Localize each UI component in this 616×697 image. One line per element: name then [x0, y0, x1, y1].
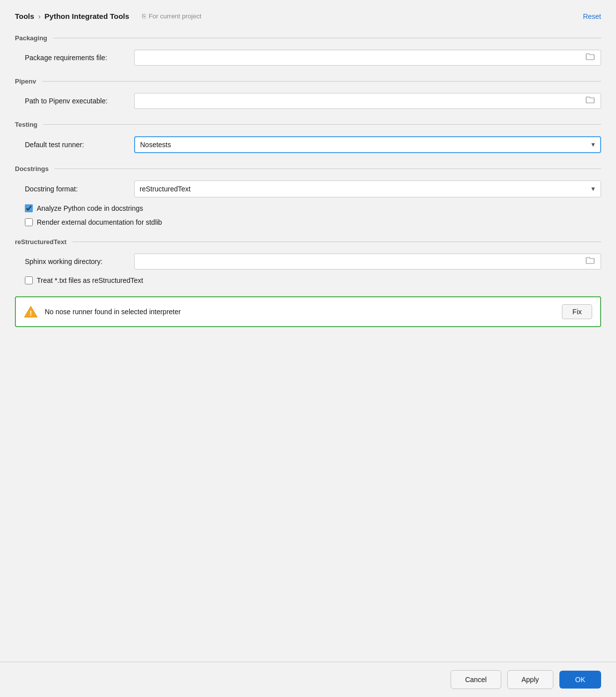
section-packaging-divider [53, 38, 601, 38]
packaging-req-file-label: Package requirements file: [25, 54, 134, 62]
txt-files-checkbox-row: Treat *.txt files as reStructuredText [15, 276, 601, 284]
pipenv-path-browse-button[interactable] [584, 95, 597, 107]
pipenv-path-label: Path to Pipenv executable: [25, 97, 134, 105]
warning-message: No nose runner found in selected interpr… [45, 308, 555, 316]
cancel-button[interactable]: Cancel [451, 670, 501, 689]
sphinx-dir-row: Sphinx working directory: [15, 254, 601, 269]
section-pipenv: Pipenv Path to Pipenv executable: [15, 78, 601, 109]
render-external-checkbox[interactable] [25, 218, 33, 226]
txt-files-label: Treat *.txt files as reStructuredText [37, 276, 143, 284]
breadcrumb-subtitle-text: For current project [149, 12, 201, 20]
section-testing-divider [43, 124, 601, 125]
packaging-req-file-browse-button[interactable] [584, 52, 597, 64]
svg-text:!: ! [30, 309, 32, 317]
breadcrumb-subtitle: ⎘ For current project [142, 12, 201, 20]
folder-icon [586, 53, 595, 61]
pipenv-path-row: Path to Pipenv executable: [15, 93, 601, 109]
docstring-format-select-wrapper: Plain Epytext reStructuredText NumPy Goo… [134, 180, 601, 197]
docstring-format-label: Docstring format: [25, 185, 134, 193]
section-testing-label: Testing [15, 121, 37, 128]
sphinx-dir-browse-button[interactable] [584, 256, 597, 267]
warning-banner: ! No nose runner found in selected inter… [15, 296, 601, 327]
fix-button[interactable]: Fix [562, 304, 592, 319]
sphinx-dir-input-wrapper [134, 254, 601, 269]
breadcrumb-page-title: Python Integrated Tools [45, 12, 130, 20]
apply-button[interactable]: Apply [507, 670, 553, 689]
copy-icon: ⎘ [142, 12, 146, 20]
analyze-python-label: Analyze Python code in docstrings [37, 204, 143, 212]
breadcrumb: Tools › Python Integrated Tools ⎘ For cu… [15, 12, 601, 20]
txt-files-checkbox[interactable] [25, 276, 33, 284]
section-rst-divider [73, 242, 601, 242]
analyze-python-checkbox[interactable] [25, 204, 33, 212]
warning-triangle-icon: ! [24, 305, 38, 319]
docstring-format-select[interactable]: Plain Epytext reStructuredText NumPy Goo… [134, 180, 601, 197]
folder-icon [586, 257, 595, 264]
packaging-req-file-input[interactable] [139, 54, 584, 62]
docstring-format-row: Docstring format: Plain Epytext reStruct… [15, 180, 601, 197]
testing-runner-row: Default test runner: Unittests pytest No… [15, 136, 601, 153]
section-docstrings-divider [55, 169, 601, 169]
packaging-req-file-input-wrapper [134, 50, 601, 66]
render-external-label: Render external documentation for stdlib [37, 218, 162, 226]
section-docstrings-label: Docstrings [15, 165, 49, 173]
section-pipenv-label: Pipenv [15, 78, 36, 85]
section-packaging-label: Packaging [15, 34, 47, 42]
action-bar: Cancel Apply OK [0, 662, 616, 697]
breadcrumb-arrow: › [38, 12, 41, 20]
pipenv-path-input[interactable] [139, 97, 584, 105]
render-external-checkbox-row: Render external documentation for stdlib [15, 218, 601, 226]
reset-link[interactable]: Reset [583, 12, 601, 20]
testing-runner-label: Default test runner: [25, 141, 134, 149]
pipenv-path-input-wrapper [134, 93, 601, 109]
sphinx-dir-label: Sphinx working directory: [25, 258, 134, 265]
section-packaging: Packaging Package requirements file: [15, 34, 601, 66]
section-pipenv-divider [42, 81, 601, 82]
testing-runner-select[interactable]: Unittests pytest Nosetests Twisted Trial [134, 136, 601, 153]
folder-icon [586, 96, 595, 104]
section-docstrings: Docstrings Docstring format: Plain Epyte… [15, 165, 601, 226]
testing-runner-select-wrapper: Unittests pytest Nosetests Twisted Trial… [134, 136, 601, 153]
sphinx-dir-input[interactable] [139, 258, 584, 265]
analyze-python-checkbox-row: Analyze Python code in docstrings [15, 204, 601, 212]
section-testing: Testing Default test runner: Unittests p… [15, 121, 601, 153]
section-restructured-text: reStructuredText Sphinx working director… [15, 238, 601, 284]
packaging-req-file-row: Package requirements file: [15, 50, 601, 66]
section-rst-label: reStructuredText [15, 238, 67, 246]
breadcrumb-tools: Tools [15, 12, 34, 20]
ok-button[interactable]: OK [559, 671, 601, 689]
